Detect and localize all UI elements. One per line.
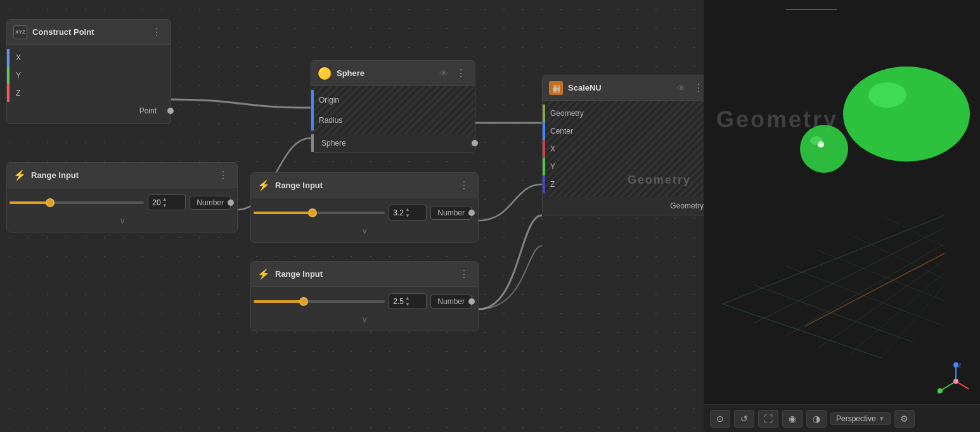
port-row-y: Y	[7, 67, 171, 84]
range2-icon: ⚡	[257, 179, 270, 191]
refresh-btn[interactable]: ↺	[734, 410, 754, 428]
range1-value[interactable]: 20 ▲ ▼	[148, 194, 186, 210]
range2-body: 3.2 ▲ ▼ Number ∨	[251, 198, 478, 242]
settings-btn[interactable]: ⚙	[894, 410, 915, 428]
svg-line-9	[818, 250, 945, 301]
scalenu-x-port: X	[543, 140, 704, 158]
svg-line-0	[723, 215, 945, 304]
range2-output-port	[468, 210, 475, 216]
range3-menu[interactable]: ⋮	[456, 267, 472, 281]
range-input-2-node[interactable]: ⚡ Range Input ⋮ 3.2 ▲ ▼ Number	[250, 172, 479, 243]
range2-track[interactable]	[254, 212, 385, 214]
range3-thumb[interactable]	[299, 297, 308, 306]
range1-title: Range Input	[31, 170, 210, 180]
svg-line-1	[754, 228, 945, 323]
range-input-1-node[interactable]: ⚡ Range Input ⋮ 20 ▲ ▼ Number	[6, 162, 238, 232]
range-input-3-node[interactable]: ⚡ Range Input ⋮ 2.5 ▲ ▼ Number	[250, 261, 479, 331]
node-editor[interactable]: XYZ Construct Point ⋮ X Y Z Point	[0, 0, 704, 432]
range3-slider-row: 2.5 ▲ ▼ Number	[251, 291, 478, 312]
range2-thumb[interactable]	[308, 208, 317, 217]
scalenu-z-port: Z	[543, 175, 704, 193]
scalenu-menu[interactable]: ⋮	[691, 80, 704, 95]
perspective-selector[interactable]: Perspective ▼	[830, 412, 891, 425]
scalenu-header: ▦ ScaleNU 👁 ⋮	[543, 75, 704, 101]
port-row-z: Z	[7, 84, 171, 102]
range1-body: 20 ▲ ▼ Number ∨	[7, 188, 237, 232]
scalenu-center-label: Center	[545, 127, 578, 136]
range1-footer[interactable]: ∨	[7, 213, 237, 228]
svg-point-14	[868, 82, 906, 108]
viewport[interactable]: Geometry	[704, 0, 980, 432]
y-port-label: Y	[10, 71, 26, 80]
scalenu-center-port: Center	[543, 122, 704, 140]
fit-btn[interactable]: ⛶	[758, 410, 778, 428]
range2-footer[interactable]: ∨	[251, 223, 478, 238]
radius-label: Radius	[314, 116, 347, 125]
range1-icon: ⚡	[13, 169, 26, 181]
sphere-icon: 🟡	[318, 67, 332, 80]
shading-btn[interactable]: ◑	[806, 410, 827, 428]
sphere-hide-btn[interactable]: 👁	[439, 68, 448, 79]
scalenu-icon: ▦	[549, 81, 563, 95]
xyz-logo-icon: XYZ	[13, 25, 27, 39]
node-construct-point-header: XYZ Construct Point ⋮	[7, 20, 171, 45]
range2-stepper[interactable]: ▲ ▼	[405, 206, 410, 219]
range1-header: ⚡ Range Input ⋮	[7, 163, 237, 188]
sphere-output-port	[472, 140, 478, 146]
svg-line-5	[881, 285, 945, 358]
scalenu-body: Geometry Center X Y Z	[543, 101, 704, 197]
range2-menu[interactable]: ⋮	[456, 178, 472, 193]
sphere-body: Origin Radius	[311, 86, 475, 134]
scene-btn[interactable]: ⊙	[710, 410, 730, 428]
svg-line-4	[849, 272, 945, 355]
range1-output-port	[228, 200, 234, 206]
range1-menu[interactable]: ⋮	[216, 168, 231, 182]
perspective-chevron: ▼	[879, 415, 885, 422]
sphere-node[interactable]: 🟡 Sphere 👁 ⋮ Origin Radius Sphere	[311, 60, 475, 153]
port-row-x: X	[7, 49, 171, 67]
svg-text:Z: Z	[958, 362, 962, 369]
range3-number-output: Number	[430, 295, 472, 308]
point-out-label: Point	[134, 106, 162, 115]
sphere-title: Sphere	[337, 68, 434, 78]
svg-text:Y: Y	[937, 391, 941, 394]
range2-title: Range Input	[275, 181, 451, 190]
svg-line-24	[940, 381, 956, 391]
scalenu-z-label: Z	[545, 180, 560, 189]
range3-footer[interactable]: ∨	[251, 312, 478, 327]
scalenu-x-label: X	[545, 144, 560, 153]
sphere-out-bar	[311, 134, 314, 152]
svg-line-12	[805, 253, 945, 326]
svg-line-10	[849, 234, 945, 279]
range1-stepper[interactable]: ▲ ▼	[162, 196, 167, 208]
sphere-radius-port-row: Radius	[311, 110, 475, 130]
scalenu-title: ScaleNU	[568, 83, 672, 92]
svg-line-2	[786, 244, 945, 336]
range3-icon: ⚡	[257, 268, 270, 280]
scalenu-geom-label: Geometry	[545, 109, 589, 118]
range1-number-output: Number	[190, 196, 231, 210]
range1-thumb[interactable]	[46, 198, 55, 207]
range3-track[interactable]	[254, 300, 385, 303]
construct-point-node[interactable]: XYZ Construct Point ⋮ X Y Z Point	[6, 19, 171, 124]
range3-stepper[interactable]: ▲ ▼	[405, 295, 410, 307]
range2-header: ⚡ Range Input ⋮	[251, 173, 478, 198]
range3-value[interactable]: 2.5 ▲ ▼	[389, 293, 427, 309]
scalenu-y-port: Y	[543, 158, 704, 175]
scalenu-y-label: Y	[545, 162, 560, 171]
sphere-out-label: Sphere	[316, 139, 351, 148]
z-port-label: Z	[10, 89, 25, 98]
svg-point-27	[953, 379, 958, 384]
display-btn[interactable]: ◉	[782, 410, 803, 428]
sphere-origin-port-row: Origin	[311, 90, 475, 110]
range1-track[interactable]	[10, 201, 144, 204]
sphere-menu[interactable]: ⋮	[453, 66, 468, 80]
scalenu-node[interactable]: ▦ ScaleNU 👁 ⋮ Geometry Center X	[542, 75, 704, 215]
range2-value[interactable]: 3.2 ▲ ▼	[389, 205, 427, 220]
point-output-port	[167, 108, 174, 114]
range2-slider-row: 3.2 ▲ ▼ Number	[251, 202, 478, 223]
construct-point-body: X Y Z Point	[7, 45, 171, 124]
construct-point-menu[interactable]: ⋮	[149, 25, 164, 39]
axis-indicator-svg: Z X Y	[937, 362, 969, 394]
scalenu-hide-btn[interactable]: 👁	[677, 83, 686, 93]
